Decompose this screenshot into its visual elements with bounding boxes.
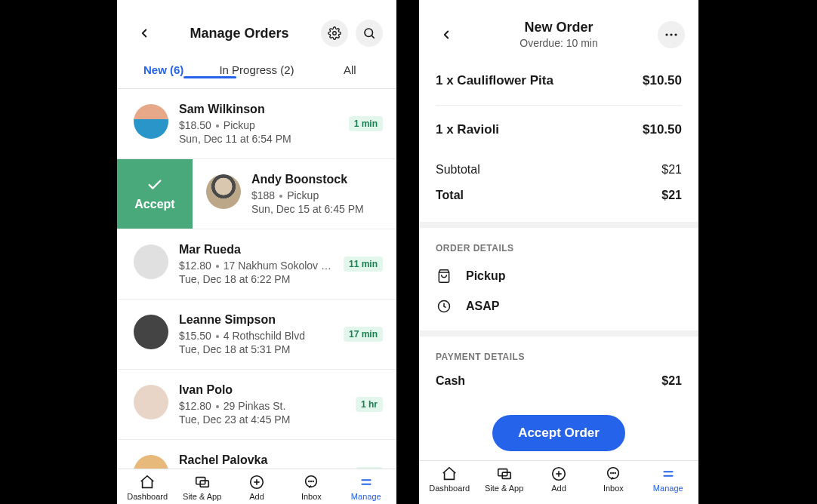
payment-method: Cash bbox=[436, 374, 465, 388]
swipe-accept-button[interactable]: Accept bbox=[117, 159, 193, 229]
order-meta: $15.504 Rothschild Blvd bbox=[179, 330, 333, 342]
chat-icon bbox=[288, 474, 334, 490]
svg-point-11 bbox=[313, 481, 314, 482]
nav-add[interactable]: Add bbox=[234, 474, 279, 501]
order-name: Rachel Palovka bbox=[179, 453, 345, 467]
tabs: New (6)In Progress (2)All bbox=[117, 54, 396, 89]
tab-new-[interactable]: New (6) bbox=[117, 54, 210, 88]
nav-add[interactable]: Add bbox=[536, 466, 581, 493]
windows-icon bbox=[482, 466, 527, 482]
nav-dashboard[interactable]: Dashboard bbox=[427, 466, 472, 493]
menu-icon bbox=[646, 466, 691, 482]
svg-point-10 bbox=[311, 481, 312, 482]
back-icon[interactable] bbox=[433, 28, 460, 41]
nav-inbox[interactable]: Inbox bbox=[590, 466, 636, 493]
order-name: Ivan Polo bbox=[179, 383, 345, 397]
time-badge: 1 hr bbox=[356, 467, 383, 469]
order-meta: $188Pickup bbox=[251, 189, 383, 201]
nav-label: Site & App bbox=[180, 492, 225, 501]
line-item: 1 x Ravioli$10.50 bbox=[436, 106, 682, 154]
nav-label: Site & App bbox=[482, 484, 527, 493]
header: New Order Overdue: 10 min bbox=[419, 0, 698, 57]
svg-point-14 bbox=[665, 33, 667, 35]
line-item-name: 1 x Cauliflower Pita bbox=[436, 73, 553, 88]
order-row[interactable]: Mar Rueda$12.8017 Nakhum Sokolov St.Tue,… bbox=[117, 229, 396, 300]
order-meta: $12.8017 Nakhum Sokolov St. bbox=[179, 260, 333, 272]
tab-all[interactable]: All bbox=[304, 54, 396, 88]
payment-value: $21 bbox=[661, 374, 682, 388]
order-row[interactable]: Andy Boonstock$188PickupSun, Dec 15 at 6… bbox=[193, 159, 396, 229]
fulfillment-value: Pickup bbox=[466, 269, 505, 283]
order-name: Sam Wilkinson bbox=[179, 103, 338, 116]
svg-point-9 bbox=[309, 481, 310, 482]
nav-label: Add bbox=[536, 484, 581, 493]
nav-label: Dashboard bbox=[427, 484, 472, 493]
avatar bbox=[206, 174, 241, 209]
line-item: 1 x Cauliflower Pita$10.50 bbox=[436, 57, 682, 106]
total-value: $21 bbox=[661, 189, 682, 202]
more-icon[interactable] bbox=[658, 21, 685, 48]
order-time: Tue, Dec 18 at 5:31 PM bbox=[179, 343, 333, 355]
nav-site-app[interactable]: Site & App bbox=[180, 474, 225, 501]
order-meta: $18.50Pickup bbox=[179, 119, 338, 131]
order-details-header: ORDER DETAILS bbox=[419, 228, 698, 261]
svg-point-1 bbox=[365, 29, 373, 37]
avatar bbox=[134, 244, 168, 279]
totals: Subtotal $21 Total $21 bbox=[419, 154, 698, 228]
avatar bbox=[134, 385, 168, 419]
menu-icon bbox=[344, 474, 389, 490]
time-badge: 1 hr bbox=[356, 397, 383, 412]
total-label: Total bbox=[436, 189, 464, 202]
order-time: Sun, Dec 11 at 6:54 PM bbox=[179, 133, 338, 145]
divider bbox=[419, 330, 698, 337]
avatar bbox=[134, 455, 168, 469]
back-icon[interactable] bbox=[131, 26, 158, 40]
order-list[interactable]: Sam Wilkinson$18.50PickupSun, Dec 11 at … bbox=[117, 89, 396, 469]
order-row[interactable]: Leanne Simpson$15.504 Rothschild BlvdTue… bbox=[117, 300, 396, 370]
plus-icon bbox=[234, 474, 279, 490]
timing-row: ASAP bbox=[419, 291, 698, 321]
bag-icon bbox=[436, 269, 452, 284]
svg-line-2 bbox=[372, 35, 374, 38]
page-title: Manage Orders bbox=[158, 26, 321, 41]
timing-value: ASAP bbox=[466, 300, 499, 313]
subtotal-value: $21 bbox=[661, 163, 682, 177]
nav-label: Inbox bbox=[590, 484, 636, 493]
order-row[interactable]: Ivan Polo$12.8029 Pinkas St.Tue, Dec 23 … bbox=[117, 370, 396, 440]
bottom-nav: DashboardSite & AppAddInboxManage bbox=[419, 460, 698, 496]
time-badge: 17 min bbox=[344, 327, 383, 342]
order-name: Leanne Simpson bbox=[179, 313, 333, 327]
nav-label: Add bbox=[234, 492, 279, 501]
bottom-nav: DashboardSite & AppAddInboxManage bbox=[117, 469, 396, 504]
nav-dashboard[interactable]: Dashboard bbox=[125, 474, 170, 501]
subtotal-label: Subtotal bbox=[436, 163, 480, 177]
svg-point-0 bbox=[333, 32, 337, 35]
nav-label: Dashboard bbox=[125, 492, 170, 501]
nav-manage[interactable]: Manage bbox=[646, 466, 691, 493]
order-meta: $12.8029 Pinkas St. bbox=[179, 400, 345, 412]
order-name: Mar Rueda bbox=[179, 243, 333, 257]
tab-in-progress-[interactable]: In Progress (2) bbox=[210, 54, 303, 88]
nav-label: Manage bbox=[344, 492, 389, 501]
search-icon[interactable] bbox=[356, 20, 383, 47]
nav-inbox[interactable]: Inbox bbox=[288, 474, 334, 501]
order-row[interactable]: Sam Wilkinson$18.50PickupSun, Dec 11 at … bbox=[117, 89, 396, 159]
nav-manage[interactable]: Manage bbox=[344, 474, 389, 501]
nav-label: Manage bbox=[646, 484, 691, 493]
home-icon bbox=[125, 474, 170, 490]
line-item-price: $10.50 bbox=[643, 73, 682, 88]
order-row[interactable]: Rachel Palovka$55.4017 Depijoto St.1 hr bbox=[117, 440, 396, 469]
time-badge: 1 min bbox=[349, 116, 383, 131]
avatar bbox=[134, 104, 168, 139]
svg-point-24 bbox=[611, 473, 612, 474]
accept-order-button[interactable]: Accept Order bbox=[492, 415, 625, 451]
nav-site-app[interactable]: Site & App bbox=[482, 466, 527, 493]
time-badge: 11 min bbox=[344, 257, 383, 272]
payment-row: Cash $21 bbox=[419, 370, 698, 388]
order-time: Sun, Dec 15 at 6:45 PM bbox=[251, 203, 383, 215]
clock-icon bbox=[436, 299, 452, 314]
order-name: Andy Boonstock bbox=[251, 173, 383, 186]
svg-point-15 bbox=[670, 33, 672, 35]
windows-icon bbox=[180, 474, 225, 490]
settings-icon[interactable] bbox=[321, 20, 348, 47]
